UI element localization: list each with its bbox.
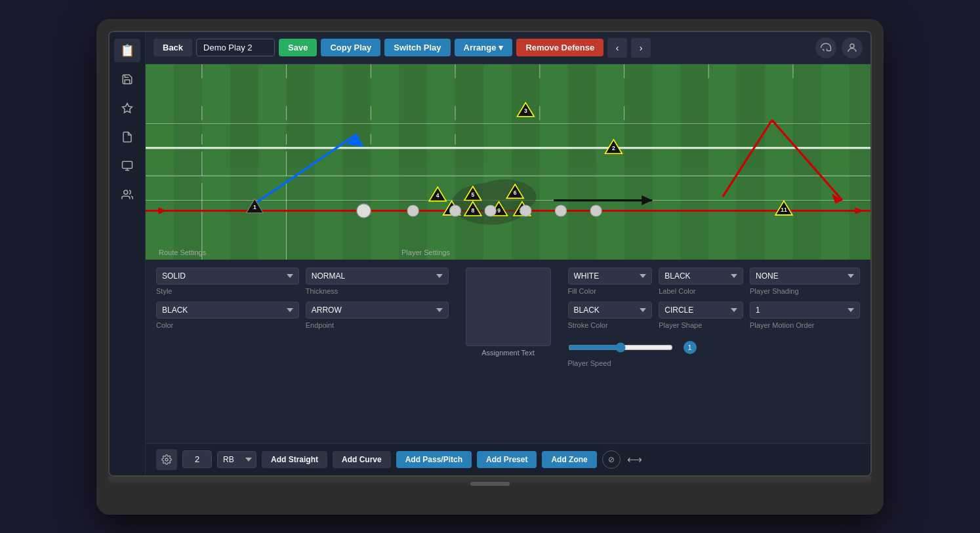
stroke-color-select[interactable]: BLACK WHITE RED — [568, 302, 653, 319]
player-motion-order-group: Player Motion Order — [750, 302, 860, 329]
svg-marker-48 — [517, 102, 534, 116]
label-color-select[interactable]: BLACK WHITE RED — [659, 267, 743, 285]
svg-marker-54 — [464, 186, 481, 200]
player-shading-group: NONE LIGHT DARK Player Shading — [750, 267, 860, 295]
style-label: Style — [156, 287, 299, 295]
endpoint-label: Endpoint — [306, 321, 449, 329]
thickness-label: Thickness — [306, 287, 449, 295]
thickness-select[interactable]: NORMAL THIN THICK — [306, 267, 449, 285]
settings-panel: SOLID DASHED DOTTED Style NORMAL — [146, 260, 870, 443]
assignment-textarea[interactable] — [466, 267, 551, 346]
svg-text:10: 10 — [519, 207, 525, 213]
player-settings-label: Player Settings — [401, 248, 450, 256]
svg-text:11: 11 — [781, 206, 787, 212]
stroke-color-label: Stroke Color — [568, 321, 653, 329]
user-icon[interactable] — [842, 37, 863, 58]
helmet-icon[interactable] — [815, 37, 836, 58]
field-svg: 1 3 2 — [146, 64, 870, 260]
style-select[interactable]: SOLID DASHED DOTTED — [156, 267, 299, 285]
speed-slider[interactable] — [568, 342, 673, 353]
svg-marker-50 — [605, 139, 623, 153]
svg-marker-40 — [642, 195, 652, 205]
number-input[interactable] — [182, 450, 212, 468]
play-name-input[interactable] — [196, 39, 275, 56]
prev-button[interactable]: ‹ — [607, 38, 627, 58]
svg-marker-79 — [158, 207, 167, 214]
player-shape-select[interactable]: CIRCLE SQUARE TRIANGLE — [659, 302, 743, 319]
endpoint-select[interactable]: ARROW DOT NONE — [306, 302, 449, 319]
sidebar-item-document[interactable] — [114, 125, 140, 149]
svg-text:1: 1 — [253, 204, 256, 210]
fill-color-group: WHITE BLACK RED Fill Color — [568, 267, 653, 295]
svg-marker-58 — [443, 201, 460, 214]
player-settings: WHITE BLACK RED Fill Color BLACK — [568, 267, 861, 435]
svg-marker-77 — [855, 207, 863, 214]
player-shape-group: CIRCLE SQUARE TRIANGLE Player Shape — [659, 302, 743, 329]
switch-play-button[interactable]: Switch Play — [384, 39, 450, 56]
svg-marker-60 — [464, 201, 481, 215]
add-pass-pitch-button[interactable]: Add Pass/Pitch — [396, 451, 472, 468]
sidebar-item-star[interactable] — [114, 96, 140, 120]
player-shading-select[interactable]: NONE LIGHT DARK — [750, 267, 860, 285]
link-button[interactable]: ⟷ — [626, 450, 644, 469]
stroke-color-group: BLACK WHITE RED Stroke Color — [568, 302, 653, 329]
arrange-button[interactable]: Arrange ▾ — [455, 39, 513, 56]
svg-marker-56 — [506, 184, 523, 198]
copy-play-button[interactable]: Copy Play — [321, 39, 380, 56]
add-preset-button[interactable]: Add Preset — [477, 451, 537, 468]
save-button[interactable]: Save — [279, 39, 317, 56]
svg-point-4 — [124, 190, 128, 194]
svg-text:8: 8 — [471, 207, 474, 213]
player-speed-section: 1 Player Speed — [568, 338, 861, 368]
svg-marker-38 — [346, 134, 364, 146]
svg-marker-52 — [429, 187, 446, 201]
svg-marker-66 — [775, 201, 792, 214]
svg-line-41 — [723, 120, 772, 197]
circle-action-button[interactable]: ⊘ — [602, 450, 621, 469]
sidebar-item-monitor[interactable] — [114, 154, 140, 178]
svg-marker-64 — [514, 201, 531, 215]
svg-text:2: 2 — [612, 144, 615, 151]
svg-text:9: 9 — [497, 207, 500, 213]
svg-rect-1 — [123, 161, 133, 168]
svg-point-44 — [452, 182, 529, 224]
svg-text:5: 5 — [471, 191, 474, 198]
add-curve-button[interactable]: Add Curve — [333, 451, 391, 468]
position-select[interactable]: RB QB WR TE OL — [217, 451, 256, 468]
route-settings-grid: SOLID DASHED DOTTED Style NORMAL — [156, 267, 449, 329]
next-button[interactable]: › — [631, 38, 651, 58]
svg-point-5 — [850, 44, 854, 48]
main-content: Back Save Copy Play Switch Play Arrange … — [146, 32, 870, 475]
svg-text:3: 3 — [524, 108, 527, 114]
svg-line-37 — [255, 134, 357, 203]
svg-rect-6 — [146, 64, 870, 260]
svg-marker-0 — [123, 103, 133, 112]
svg-point-68 — [358, 205, 369, 216]
svg-point-72 — [520, 205, 531, 216]
svg-rect-7 — [146, 64, 870, 260]
svg-point-74 — [590, 205, 602, 216]
laptop-notch — [470, 482, 510, 486]
field-container[interactable]: 1 3 2 — [146, 64, 870, 260]
add-zone-button[interactable]: Add Zone — [542, 451, 596, 468]
color-select[interactable]: BLACK WHITE RED BLUE — [156, 302, 299, 319]
back-button[interactable]: Back — [153, 39, 192, 56]
fill-color-label: Fill Color — [568, 287, 653, 295]
svg-point-70 — [449, 205, 460, 216]
sidebar-item-clipboard[interactable]: 📋 — [114, 39, 140, 62]
player-shading-label: Player Shading — [750, 287, 860, 295]
remove-defense-button[interactable]: Remove Defense — [516, 39, 603, 56]
add-straight-button[interactable]: Add Straight — [262, 451, 327, 468]
sidebar-item-save[interactable] — [114, 68, 140, 91]
svg-point-73 — [555, 205, 566, 216]
player-motion-order-label: Player Motion Order — [750, 321, 860, 329]
sidebar-item-users[interactable] — [114, 183, 140, 207]
assignment-label: Assignment Text — [481, 349, 535, 357]
color-group: BLACK WHITE RED BLUE Color — [156, 302, 299, 329]
color-label: Color — [156, 321, 299, 329]
player-motion-order-input[interactable] — [750, 302, 860, 319]
gear-button[interactable] — [156, 449, 177, 470]
football-field[interactable]: 1 3 2 — [146, 64, 870, 260]
fill-color-select[interactable]: WHITE BLACK RED — [568, 267, 653, 285]
label-color-group: BLACK WHITE RED Label Color — [659, 267, 743, 295]
